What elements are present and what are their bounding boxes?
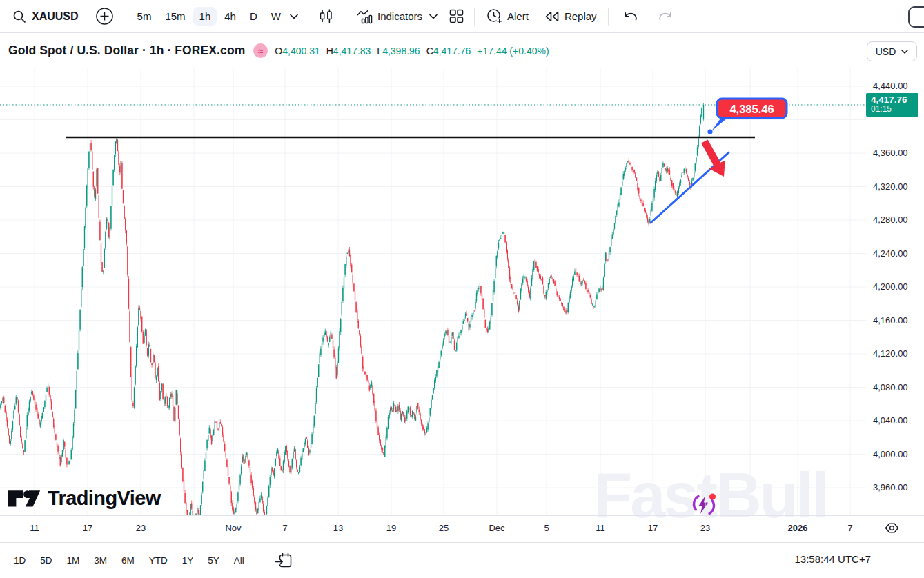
price-tick-label: 4,280.00: [873, 215, 908, 225]
range-button-6M[interactable]: 6M: [121, 555, 135, 566]
chevron-down-icon: [429, 14, 438, 19]
undo-arrow-icon: [622, 10, 639, 23]
close-label: C: [426, 46, 433, 57]
time-tick-label: 11: [596, 523, 605, 533]
time-tick-label: 7: [282, 523, 287, 533]
search-icon: [12, 10, 26, 23]
bar-countdown: 01:15: [871, 105, 918, 114]
chart-gridlines: [0, 68, 866, 515]
calendar-goto-icon: [275, 552, 293, 569]
layout-grid-icon: [449, 8, 464, 24]
toolbar-separator: [308, 8, 308, 26]
replay-rewind-icon: [544, 9, 560, 24]
symbol-last-eye-button[interactable]: [884, 521, 900, 535]
price-tick-label: 4,200.00: [873, 281, 908, 292]
range-button-YTD[interactable]: YTD: [149, 555, 168, 566]
ohlc-values: O4,400.31 H4,417.83 L4,398.96 C4,417.76 …: [275, 46, 549, 57]
redo-arrow-icon: [657, 10, 674, 23]
low-label: L: [377, 46, 382, 57]
last-price-value: 4,417.76: [871, 94, 918, 106]
price-tick-label: 4,320.00: [873, 181, 908, 192]
time-axis[interactable]: 111723Nov7131925Dec511172320267: [0, 515, 924, 542]
indicators-button[interactable]: Indicators: [351, 6, 426, 28]
eye-icon: [884, 521, 900, 535]
redo-button[interactable]: [654, 8, 676, 26]
toolbar-symbol: XAUUSD: [32, 10, 79, 23]
range-button-5Y[interactable]: 5Y: [208, 555, 219, 566]
callout-anchor-dot[interactable]: [707, 129, 712, 134]
interval-button-15m[interactable]: 15m: [159, 7, 191, 26]
time-tick-label: 17: [83, 523, 92, 533]
top-toolbar: XAUUSD 5m15m1h4hDW Indicators Alert: [0, 0, 924, 33]
open-value: 4,400.31: [282, 46, 320, 57]
go-to-date-button[interactable]: [272, 549, 296, 572]
range-button-1D[interactable]: 1D: [14, 555, 26, 566]
range-button-All[interactable]: All: [234, 555, 244, 566]
symbol-search-button[interactable]: XAUUSD: [8, 7, 83, 26]
currency-dropdown[interactable]: USD: [867, 41, 917, 61]
range-button-1Y[interactable]: 1Y: [182, 555, 194, 566]
time-tick-label: 23: [136, 523, 146, 533]
close-value: 4,417.76: [433, 46, 471, 57]
toolbar-separator: [124, 8, 124, 26]
price-tick-label: 4,360.00: [873, 148, 908, 158]
session-clock[interactable]: 13:58:44 UTC+7: [795, 553, 872, 565]
alert-clock-icon: [486, 8, 503, 25]
indicators-icon: [355, 8, 373, 25]
range-button-3M[interactable]: 3M: [94, 555, 107, 566]
time-tick-label: 11: [30, 523, 39, 533]
indicators-templates-button[interactable]: [426, 11, 440, 22]
interval-button-W[interactable]: W: [265, 7, 287, 26]
interval-switcher: 5m15m1h4hDW: [131, 7, 287, 26]
replay-button[interactable]: Replay: [540, 6, 601, 27]
time-tick-label: 2026: [788, 523, 808, 533]
currency-value: USD: [876, 46, 896, 57]
delayed-data-badge[interactable]: ≈: [253, 43, 268, 58]
change-value: +17.44 (+0.40%): [477, 46, 549, 57]
price-callout-drawing[interactable]: 4,385.46: [707, 99, 787, 134]
low-value: 4,398.96: [382, 46, 420, 57]
layout-grid-button[interactable]: [446, 6, 467, 27]
interval-more-button[interactable]: [287, 11, 301, 22]
callout-price-text: 4,385.46: [729, 103, 774, 115]
price-tick-label: 4,040.00: [873, 415, 908, 426]
tradingview-logo[interactable]: TradingView: [7, 484, 161, 512]
time-tick-label: Nov: [225, 523, 241, 533]
price-tick-label: 4,240.00: [873, 248, 908, 259]
chevron-down-icon: [290, 14, 298, 19]
chart-area[interactable]: 4,385.46: [0, 68, 866, 515]
range-switcher: 1D5D1M3M6MYTD1Y5YAll: [14, 555, 259, 566]
high-label: H: [326, 46, 333, 57]
undo-button[interactable]: [620, 8, 642, 26]
range-button-5D[interactable]: 5D: [40, 555, 52, 566]
open-label: O: [275, 46, 282, 57]
candlestick-style-icon: [318, 8, 334, 24]
symbol-title[interactable]: Gold Spot / U.S. Dollar · 1h · FOREX.com: [8, 43, 245, 58]
price-tick-label: 4,000.00: [873, 449, 908, 459]
bottom-toolbar: 1D5D1M3M6MYTD1Y5YAll 13:58:44 UTC+7: [0, 542, 924, 578]
price-tick-label: 4,120.00: [873, 348, 908, 359]
compare-add-button[interactable]: [92, 4, 117, 28]
interval-button-1h[interactable]: 1h: [193, 7, 217, 26]
indicators-label: Indicators: [377, 10, 422, 22]
interval-button-4h[interactable]: 4h: [218, 7, 242, 26]
toolbar-separator: [608, 8, 609, 26]
range-button-1M[interactable]: 1M: [67, 555, 80, 566]
time-tick-label: 13: [333, 523, 343, 533]
toolbar-separator: [344, 8, 344, 26]
interval-button-5m[interactable]: 5m: [131, 7, 158, 26]
chart-style-button[interactable]: [315, 6, 337, 27]
chevron-down-icon: [901, 50, 908, 54]
alert-label: Alert: [507, 10, 529, 22]
price-chart[interactable]: 4,385.46: [0, 68, 866, 515]
high-value: 4,417.83: [333, 46, 371, 57]
alert-button[interactable]: Alert: [482, 5, 533, 28]
price-axis[interactable]: 4,440.004,360.004,320.004,280.004,240.00…: [867, 68, 924, 515]
time-tick-label: 23: [700, 523, 710, 533]
replay-label: Replay: [564, 10, 597, 22]
tradingview-logo-icon: [7, 484, 41, 512]
time-tick-label: 25: [439, 523, 449, 533]
interval-button-D[interactable]: D: [244, 7, 264, 26]
window-layout-button[interactable]: [908, 6, 924, 28]
tradingview-chart-app: XAUUSD 5m15m1h4hDW Indicators Alert: [0, 0, 924, 578]
